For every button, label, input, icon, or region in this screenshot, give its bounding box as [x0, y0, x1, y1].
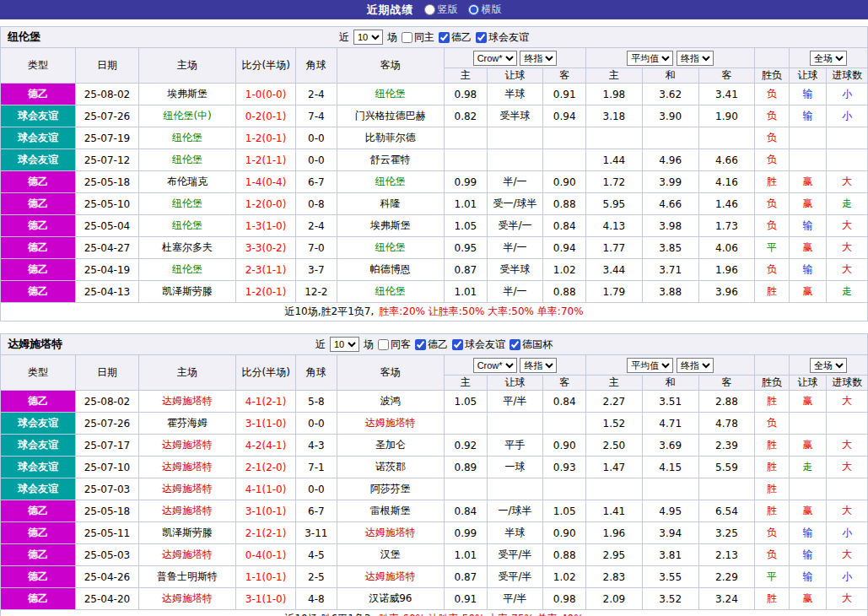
away-team-link[interactable]: 埃弗斯堡: [337, 215, 444, 237]
filter-checkbox-3[interactable]: 德国杯: [509, 338, 553, 352]
odds-home: 0.99: [445, 171, 488, 193]
match-date: 25-07-26: [76, 105, 139, 127]
home-team-link[interactable]: 杜塞尔多夫: [138, 237, 235, 259]
horizontal-radio[interactable]: [468, 4, 479, 15]
home-team-link[interactable]: 纽伦堡: [138, 193, 235, 215]
horizontal-radio-label: 横版: [482, 3, 502, 17]
away-team-link[interactable]: 纽伦堡: [337, 84, 444, 105]
away-team-link[interactable]: 纽伦堡: [337, 171, 444, 193]
goals-result-value: [827, 413, 868, 435]
home-team-link[interactable]: 达姆施塔特: [138, 457, 235, 478]
match-count-select[interactable]: 10: [330, 337, 359, 352]
odds-home: 0.95: [445, 237, 488, 259]
filter-checkbox-2[interactable]: 球会友谊: [452, 338, 505, 352]
away-team-link[interactable]: 帕德博恩: [337, 259, 444, 281]
matches-table: 类型日期主场比分(半场)角球客场Crow* 终指平均值 终指全场主让球客主和客胜…: [0, 47, 868, 322]
home-team-link[interactable]: 达姆施塔特: [138, 544, 235, 566]
odds-handicap: 平手: [487, 435, 543, 457]
home-team-link[interactable]: 纽伦堡: [138, 149, 235, 171]
home-team-link[interactable]: 达姆施塔特: [138, 500, 235, 522]
away-team-link[interactable]: 雷根斯堡: [337, 500, 444, 522]
checkbox-icon[interactable]: [402, 32, 412, 43]
filter-checkbox-1[interactable]: 德乙: [415, 338, 448, 352]
home-team-link[interactable]: 纽伦堡: [138, 259, 235, 281]
odds-kind-select[interactable]: 终指: [520, 358, 557, 373]
filter-checkbox-label: 同客: [391, 338, 411, 352]
checkbox-icon[interactable]: [509, 339, 520, 350]
away-team-link[interactable]: 达姆施塔特: [337, 413, 444, 435]
vertical-radio[interactable]: [424, 4, 435, 15]
home-team-link[interactable]: 纽伦堡: [138, 215, 235, 237]
odds-kind-select[interactable]: 终指: [520, 51, 557, 66]
home-team-link[interactable]: 达姆施塔特: [138, 435, 235, 457]
home-team-link[interactable]: 霍芬海姆: [138, 413, 235, 435]
home-team-link[interactable]: 纽伦堡(中): [138, 105, 235, 127]
avg-away: 1.46: [698, 193, 755, 215]
result-value: 胜: [755, 435, 789, 457]
checkbox-icon[interactable]: [378, 339, 389, 350]
match-date: 25-07-17: [76, 435, 139, 457]
avg-kind-select[interactable]: 终指: [677, 358, 714, 373]
odds-away: [543, 149, 586, 171]
away-team-link[interactable]: 舒云霍特: [337, 149, 444, 171]
away-team-link[interactable]: 阿莎芬堡: [337, 478, 444, 500]
goals-result-value: [827, 149, 868, 171]
away-team-link[interactable]: 汉诺威96: [337, 588, 444, 610]
score: 1-1(0-1): [236, 566, 296, 588]
goals-result-value: 大: [827, 215, 868, 237]
away-team-link[interactable]: 纽伦堡: [337, 237, 444, 259]
odds-source-header: Crow* 终指: [445, 48, 586, 68]
away-team-link[interactable]: 纽伦堡: [337, 281, 444, 303]
match-row: 德乙25-04-13凯泽斯劳滕1-2(0-1)12-2纽伦堡1.01半/一0.8…: [1, 281, 868, 303]
filter-checkbox-2[interactable]: 球会友谊: [476, 30, 529, 45]
odds-away: 0.98: [543, 588, 586, 610]
away-team-link[interactable]: 门兴格拉德巴赫: [337, 105, 444, 127]
checkbox-icon[interactable]: [415, 339, 426, 350]
league-badge: 德乙: [1, 215, 76, 237]
checkbox-icon[interactable]: [452, 339, 463, 350]
checkbox-icon[interactable]: [439, 32, 450, 43]
home-team-link[interactable]: 凯泽斯劳滕: [138, 522, 235, 544]
home-team-link[interactable]: 达姆施塔特: [138, 478, 235, 500]
home-team-link[interactable]: 凯泽斯劳滕: [138, 281, 235, 303]
home-team-link[interactable]: 达姆施塔特: [138, 588, 235, 610]
avg-kind-select[interactable]: 终指: [677, 51, 714, 66]
away-team-link[interactable]: 圣加仑: [337, 435, 444, 457]
odds-company-select[interactable]: Crow*: [473, 358, 517, 373]
away-team-link[interactable]: 比勒菲尔德: [337, 127, 444, 149]
filter-checkbox-0[interactable]: 同客: [378, 338, 411, 352]
home-team-link[interactable]: 纽伦堡: [138, 127, 235, 149]
col-score: 比分(半场): [236, 48, 296, 84]
away-team-link[interactable]: 诺茨郡: [337, 457, 444, 478]
home-team-link[interactable]: 普鲁士明斯特: [138, 566, 235, 588]
odds-handicap: 平/半: [487, 391, 543, 413]
checkbox-icon[interactable]: [476, 32, 487, 43]
home-team-link[interactable]: 达姆施塔特: [138, 391, 235, 413]
layout-horizontal-option[interactable]: 横版: [468, 3, 502, 17]
away-team-link[interactable]: 科隆: [337, 193, 444, 215]
avg-home: [586, 478, 643, 500]
away-team-link[interactable]: 波鸿: [337, 391, 444, 413]
away-team-link[interactable]: 达姆施塔特: [337, 566, 444, 588]
filter-checkbox-0[interactable]: 同主: [402, 30, 434, 45]
score: 1-2(0-1): [236, 127, 296, 149]
home-team-link[interactable]: 布伦瑞克: [138, 171, 235, 193]
away-team-link[interactable]: 达姆施塔特: [337, 522, 444, 544]
match-row: 德乙25-05-04纽伦堡1-3(1-0)2-4埃弗斯堡1.05受半/一0.84…: [1, 215, 868, 237]
filter-checkbox-1[interactable]: 德乙: [439, 30, 472, 45]
away-team-link[interactable]: 汉堡: [337, 544, 444, 566]
summary-row: 近10场,胜2平1负7,胜率:20% 让胜率:50% 大率:50% 单率:70%: [1, 303, 868, 322]
avg-draw: 3.81: [642, 544, 698, 566]
home-team-link[interactable]: 埃弗斯堡: [138, 84, 235, 105]
avg-company-select[interactable]: 平均值: [627, 358, 673, 373]
full-match-select[interactable]: 全场: [810, 358, 847, 373]
layout-vertical-option[interactable]: 竖版: [424, 3, 458, 17]
avg-away: 4.78: [698, 413, 755, 435]
col-odds-away: 客: [543, 68, 586, 84]
odds-away: 1.05: [543, 500, 586, 522]
match-count-select[interactable]: 10: [353, 30, 383, 45]
col-result: 胜负: [755, 376, 789, 391]
avg-company-select[interactable]: 平均值: [627, 51, 673, 66]
full-match-select[interactable]: 全场: [810, 51, 847, 66]
odds-company-select[interactable]: Crow*: [473, 51, 517, 66]
